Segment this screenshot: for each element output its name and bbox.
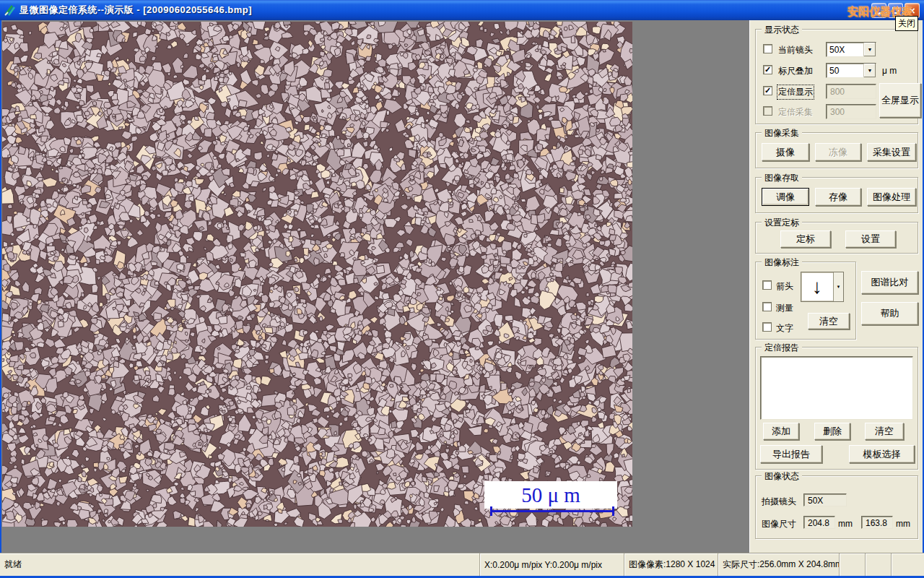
- group-title: 图像采集: [762, 127, 802, 139]
- maximize-icon: [892, 7, 899, 14]
- group-title: 显示状态: [762, 24, 802, 36]
- image-processing-button[interactable]: 图像处理: [867, 188, 916, 206]
- status-bar: 就绪 X:0.200μ m/pix Y:0.200μ m/pix 图像像素:12…: [0, 553, 924, 576]
- freeze-button: 冻像: [815, 143, 861, 161]
- field-fixed-display: 800: [826, 84, 876, 99]
- combo-current-lens[interactable]: 50X ▼: [826, 42, 876, 57]
- label-measure: 测量: [776, 302, 793, 314]
- chevron-down-icon[interactable]: ▼: [863, 64, 876, 77]
- field-image-width: 204.8: [803, 516, 835, 529]
- fullscreen-button[interactable]: 全屏显示: [879, 83, 921, 118]
- checkbox-fixed-display[interactable]: ✓: [763, 86, 772, 95]
- status-empty-cell: [891, 553, 924, 576]
- field-fixed-capture: 300: [826, 104, 876, 119]
- status-ready: 就绪: [0, 553, 479, 576]
- save-image-button[interactable]: 存像: [815, 188, 861, 206]
- capture-settings-button[interactable]: 采集设置: [867, 143, 916, 161]
- field-capture-lens: 50X: [803, 493, 847, 506]
- group-title: 设置定标: [762, 217, 802, 229]
- group-title: 图像标注: [762, 256, 802, 269]
- load-image-button[interactable]: 调像: [762, 188, 809, 206]
- group-set-calibration: 设置定标 定标 设置: [755, 222, 918, 254]
- arrow-annotation-icon: ↓: [801, 272, 833, 301]
- minimize-button[interactable]: [871, 3, 886, 18]
- clear-report-button[interactable]: 清空: [865, 423, 904, 440]
- add-report-button[interactable]: 添加: [763, 423, 799, 440]
- minimize-icon: [875, 12, 881, 14]
- app-icon: [4, 4, 17, 17]
- delete-report-button[interactable]: 删除: [814, 423, 850, 440]
- checkbox-text[interactable]: [762, 322, 772, 332]
- settings-button[interactable]: 设置: [845, 230, 896, 248]
- field-image-height: 163.8: [861, 516, 893, 529]
- label-scale-unit: μ m: [882, 66, 897, 76]
- status-empty-cell: [839, 553, 865, 576]
- calibrate-button[interactable]: 定标: [780, 230, 831, 248]
- label-arrow: 箭头: [776, 280, 793, 293]
- group-image-capture: 图像采集 摄像 冻像 采集设置: [755, 132, 918, 168]
- status-empty-cell: [865, 553, 891, 576]
- label-capture-lens: 拍摄镜头: [762, 496, 796, 508]
- checkbox-measure[interactable]: [762, 302, 772, 311]
- micrograph-image[interactable]: [2, 22, 632, 527]
- atlas-compare-button[interactable]: 图谱比对: [861, 271, 918, 294]
- group-report: 定倍报告 添加 删除 清空 导出报告 模板选择: [755, 347, 918, 470]
- arrow-style-combo[interactable]: ↓ ▼: [801, 272, 844, 302]
- label-text: 文字: [776, 322, 793, 335]
- label-unit-mm-1: mm: [838, 519, 853, 529]
- close-tooltip: 关闭: [895, 16, 918, 31]
- checkbox-fixed-capture: [763, 106, 772, 116]
- combo-scale-value[interactable]: 50 ▼: [826, 63, 876, 78]
- clear-annotation-button[interactable]: 清空: [808, 313, 850, 329]
- status-image-pixels: 图像像素:1280 X 1024: [624, 553, 718, 576]
- label-image-size: 图像尺寸: [762, 518, 796, 530]
- status-pixel-scale: X:0.200μ m/pix Y:0.200μ m/pix: [479, 553, 624, 576]
- chevron-down-icon[interactable]: ▼: [833, 272, 843, 301]
- group-title: 图像存取: [762, 172, 802, 184]
- window-title: 显微图像定倍系统--演示版 - [20090602055646.bmp]: [19, 4, 252, 17]
- report-listbox[interactable]: [760, 356, 913, 420]
- capture-button[interactable]: 摄像: [762, 143, 809, 161]
- label-current-lens: 当前镜头: [778, 44, 813, 56]
- scale-bar-label: 50 μ m: [484, 481, 617, 509]
- label-fixed-display: 定倍显示: [778, 86, 813, 98]
- group-title: 图像状态: [762, 470, 802, 483]
- label-unit-mm-2: mm: [896, 519, 910, 529]
- title-bar: 显微图像定倍系统--演示版 - [20090602055646.bmp] ×: [0, 0, 924, 20]
- template-select-button[interactable]: 模板选择: [849, 445, 915, 463]
- group-image-annotation: 图像标注 箭头 测量 文字 ↓ ▼ 清空: [755, 262, 856, 340]
- client-area: 50 μ m 显示状态 当前镜头 50X ▼ ✓ 标尺叠加 50 ▼ μ m ✓…: [1, 20, 923, 553]
- group-title: 定倍报告: [762, 342, 802, 354]
- label-fixed-capture: 定倍采集: [778, 106, 813, 118]
- help-button[interactable]: 帮助: [861, 302, 918, 325]
- export-report-button[interactable]: 导出报告: [760, 445, 822, 463]
- checkbox-arrow[interactable]: [762, 280, 772, 290]
- status-actual-size: 实际尺寸:256.0mm X 204.8mm: [718, 553, 839, 576]
- group-display-status: 显示状态 当前镜头 50X ▼ ✓ 标尺叠加 50 ▼ μ m ✓ 定倍显示 8…: [755, 29, 918, 124]
- chevron-down-icon[interactable]: ▼: [863, 43, 876, 56]
- control-panel: 显示状态 当前镜头 50X ▼ ✓ 标尺叠加 50 ▼ μ m ✓ 定倍显示 8…: [749, 20, 923, 553]
- label-scale-overlay: 标尺叠加: [778, 65, 813, 77]
- group-image-storage: 图像存取 调像 存像 图像处理: [755, 177, 918, 213]
- checkbox-scale-overlay[interactable]: ✓: [763, 65, 772, 74]
- checkbox-current-lens[interactable]: [763, 44, 772, 53]
- group-image-status: 图像状态 拍摄镜头 50X 图像尺寸 204.8 mm 163.8 mm: [755, 475, 918, 539]
- scale-bar-line: [490, 510, 614, 512]
